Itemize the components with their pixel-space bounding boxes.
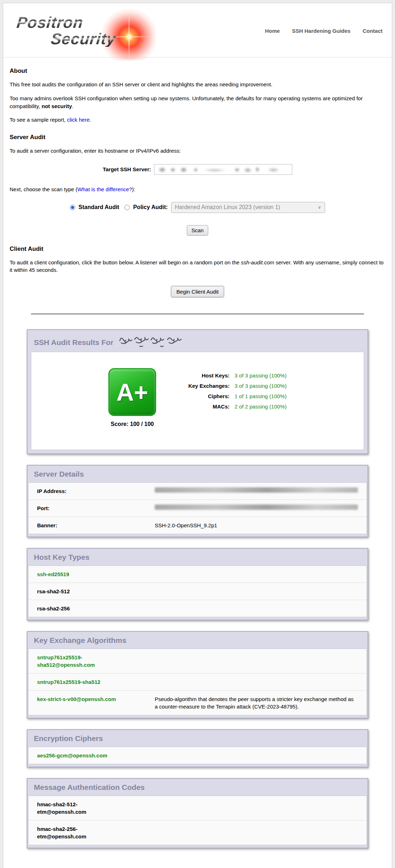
policy-audit-label: Policy Audit: — [133, 204, 168, 210]
stat-label: Host Keys: — [176, 372, 230, 379]
algorithm-name: aes256-gcm@openssh.com — [37, 752, 155, 759]
nav-link[interactable]: SSH Hardening Guides — [292, 28, 350, 34]
stat-value: 3 of 3 passing (100%) — [235, 372, 287, 379]
target-server-label: Target SSH Server: — [103, 166, 151, 172]
begin-client-audit-button[interactable]: Begin Client Audit — [171, 286, 224, 297]
detail-label: Port: — [37, 504, 155, 512]
main-content-card: Positron Security Home SSH Hardening Gui… — [3, 3, 392, 868]
list-item: rsa-sha2-512 — [29, 583, 366, 600]
results-divider — [31, 314, 364, 314]
list-item: ssh-ed25519 — [29, 566, 366, 583]
macs-rows: hmac-sha2-512- etm@openssh.com hmac-sha2… — [28, 796, 367, 845]
server-audit-heading: Server Audit — [10, 134, 385, 141]
stat-label: Ciphers: — [176, 393, 230, 399]
key-exchange-rows: sntrup761x25519- sha512@openssh.com sntr… — [28, 649, 367, 715]
positron-security-logo[interactable]: Positron Security — [9, 8, 162, 54]
audit-choice-row: Standard Audit Policy Audit: Hardened Am… — [10, 202, 385, 213]
list-item: aes256-gcm@openssh.com — [29, 747, 366, 764]
grade-letter: A+ — [117, 380, 148, 404]
host-key-types-title: Host Key Types — [27, 549, 368, 565]
list-item: hmac-sha2-256- etm@openssh.com — [29, 821, 366, 845]
detail-label: IP Address: — [37, 487, 155, 495]
stat-label: MACs: — [176, 403, 230, 410]
results-stats: Host Keys: 3 of 3 passing (100%) Key Exc… — [176, 372, 287, 414]
standard-audit-radio[interactable] — [70, 205, 75, 210]
ssh-audit-com-italic: ssh-audit.com — [241, 259, 274, 265]
list-item: rsa-sha2-256 — [29, 600, 366, 617]
detail-value — [155, 487, 358, 493]
logo-text-line2: Security — [50, 31, 117, 47]
begin-client-audit-row: Begin Client Audit — [10, 286, 385, 297]
scan-button[interactable]: Scan — [187, 225, 208, 235]
algorithm-name: kex-strict-s-v00@openssh.com — [37, 695, 155, 703]
logo-text-line1: Positron — [16, 15, 84, 30]
sample-report-link[interactable]: click here — [67, 117, 89, 123]
target-server-input[interactable] — [154, 164, 292, 175]
ssh-audit-results-panel: SSH Audit Results For — [27, 329, 368, 454]
results-body: A+ Score: 100 / 100 Host Keys: 3 of 3 pa… — [31, 352, 364, 450]
about-paragraph-1: This free tool audits the configuration … — [10, 81, 385, 88]
list-item: sntrup761x25519-sha512 — [29, 674, 366, 691]
key-exchange-panel: Key Exchange Algorithms sntrup761x25519-… — [27, 631, 368, 719]
macs-panel: Message Authentication Codes hmac-sha2-5… — [27, 778, 368, 848]
not-security-bold: not security — [42, 103, 72, 109]
algorithm-name: rsa-sha2-512 — [37, 588, 155, 595]
list-item: kex-strict-s-v00@openssh.com Pseudo-algo… — [29, 691, 366, 715]
encryption-ciphers-rows: aes256-gcm@openssh.com — [28, 747, 367, 764]
macs-title: Message Authentication Codes — [27, 779, 368, 796]
standard-audit-label: Standard Audit — [78, 204, 119, 210]
list-item: sntrup761x25519- sha512@openssh.com — [29, 649, 366, 674]
chevron-down-icon: ∨ — [318, 205, 321, 210]
algorithm-name: rsa-sha2-256 — [37, 605, 155, 612]
scan-type-row: Next, choose the scan type (What is the … — [10, 186, 385, 193]
key-exchange-title: Key Exchange Algorithms — [27, 632, 368, 649]
server-details-panel: Server Details IP Address: Port: Banner: — [27, 465, 368, 537]
client-audit-heading: Client Audit — [10, 245, 385, 253]
stat-value: 2 of 2 passing (100%) — [235, 403, 287, 410]
algorithm-name: sntrup761x25519- sha512@openssh.com — [37, 654, 155, 669]
nav-link[interactable]: Home — [265, 28, 280, 34]
detail-label: Banner: — [37, 522, 155, 529]
policy-audit-radio[interactable] — [124, 205, 130, 210]
table-row: Port: — [29, 500, 366, 517]
client-audit-paragraph: To audit a client configuration, click t… — [10, 259, 385, 274]
host-key-types-rows: ssh-ed25519 rsa-sha2-512 rsa-sha2-256 — [28, 565, 367, 617]
policy-select-value: Hardened Amazon Linux 2023 (version 1) — [175, 204, 280, 210]
stat-value: 3 of 3 passing (100%) — [235, 383, 287, 389]
server-audit-intro: To audit a server configuration, enter i… — [10, 147, 385, 155]
encryption-ciphers-panel: Encryption Ciphers aes256-gcm@openssh.co… — [27, 729, 368, 767]
list-item: hmac-sha2-512- etm@openssh.com — [29, 796, 366, 821]
about-heading: About — [10, 67, 385, 75]
algorithm-name: sntrup761x25519-sha512 — [37, 678, 155, 686]
site-header: Positron Security Home SSH Hardening Gui… — [3, 3, 392, 57]
server-details-title: Server Details — [27, 466, 368, 482]
stat-label: Key Exchanges: — [176, 383, 230, 389]
scan-type-difference-link[interactable]: What is the difference? — [77, 186, 132, 192]
nav-link[interactable]: Contact — [363, 28, 383, 34]
stat-row: Key Exchanges: 3 of 3 passing (100%) — [176, 383, 287, 389]
stat-row: MACs: 2 of 2 passing (100%) — [176, 403, 287, 410]
policy-select[interactable]: Hardened Amazon Linux 2023 (version 1) ∨ — [171, 202, 325, 213]
algorithm-name: ssh-ed25519 — [37, 570, 155, 578]
server-details-rows: IP Address: Port: Banner: SSH-2.0-OpenSS… — [28, 482, 367, 534]
algorithm-note: Pseudo-algorithm that denotes the peer s… — [155, 695, 358, 710]
results-panel-title: SSH Audit Results For — [27, 330, 368, 352]
table-row: IP Address: — [29, 483, 366, 500]
stat-row: Host Keys: 3 of 3 passing (100%) — [176, 372, 287, 379]
detail-value — [155, 504, 358, 510]
algorithm-name: hmac-sha2-256- etm@openssh.com — [37, 825, 155, 840]
main-nav: Home SSH Hardening Guides Contact — [265, 28, 383, 34]
grade-badge-icon: A+ — [108, 368, 156, 416]
redacted-hostname-blur — [156, 166, 288, 173]
grade-block: A+ Score: 100 / 100 — [108, 368, 156, 427]
target-server-row: Target SSH Server: — [10, 164, 385, 175]
stat-row: Ciphers: 1 of 1 passing (100%) — [176, 393, 287, 399]
detail-value: SSH-2.0-OpenSSH_9.2p1 — [155, 522, 358, 529]
stat-value: 1 of 1 passing (100%) — [235, 393, 287, 399]
redacted-hostname-scribble — [118, 334, 183, 348]
about-paragraph-2: Too many admins overlook SSH configurati… — [10, 95, 385, 110]
encryption-ciphers-title: Encryption Ciphers — [27, 730, 368, 747]
host-key-types-panel: Host Key Types ssh-ed25519 rsa-sha2-512 … — [27, 548, 368, 620]
algorithm-name: hmac-sha2-512- etm@openssh.com — [37, 801, 155, 816]
about-paragraph-3: To see a sample report, click here. — [10, 116, 385, 124]
